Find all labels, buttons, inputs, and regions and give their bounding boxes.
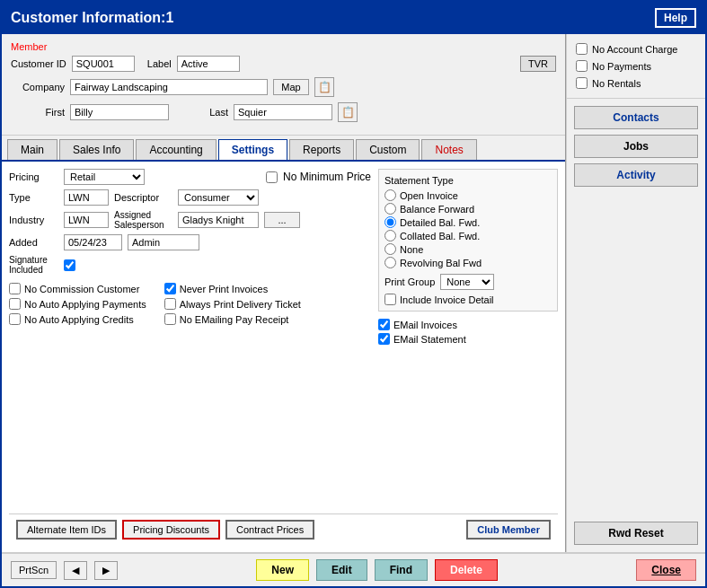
type-label: Type	[9, 192, 58, 203]
added-label: Added	[9, 237, 58, 248]
descriptor-select[interactable]: Consumer	[178, 189, 259, 206]
customer-id-label: Customer ID	[11, 58, 66, 69]
radio-collated-bal-label: Collated Bal. Fwd.	[400, 231, 480, 241]
radio-balance-forward-input[interactable]	[384, 203, 396, 215]
last-input[interactable]	[234, 104, 332, 120]
include-invoice-detail-checkbox[interactable]	[384, 294, 396, 305]
tab-accounting[interactable]: Accounting	[136, 139, 216, 160]
descriptor-label: Descriptor	[114, 192, 172, 203]
salesperson-browse-button[interactable]: ...	[264, 212, 300, 228]
no-payments-field: No Payments	[576, 60, 696, 72]
no-auto-payments-label: No Auto Applying Payments	[24, 299, 146, 310]
no-rentals-field: No Rentals	[576, 77, 696, 89]
tab-sales-info[interactable]: Sales Info	[59, 139, 134, 160]
industry-row: Industry AssignedSalesperson ...	[9, 210, 371, 230]
no-auto-credits-label: No Auto Applying Credits	[24, 314, 134, 325]
alt-item-ids-button[interactable]: Alternate Item IDs	[16, 520, 117, 540]
help-button[interactable]: Help	[655, 8, 696, 28]
close-button[interactable]: Close	[636, 559, 696, 581]
radio-collated-bal-input[interactable]	[384, 230, 396, 241]
activity-button[interactable]: Activity	[574, 163, 698, 187]
next-button[interactable]: ▶	[94, 561, 118, 580]
tab-notes[interactable]: Notes	[421, 139, 476, 160]
no-min-price-checkbox[interactable]	[266, 171, 278, 183]
no-commission-checkbox[interactable]	[9, 283, 21, 294]
industry-input[interactable]	[64, 212, 109, 228]
pricing-discounts-button[interactable]: Pricing Discounts	[122, 520, 220, 540]
tab-settings[interactable]: Settings	[218, 139, 287, 162]
never-print-label: Never Print Invoices	[180, 284, 268, 294]
no-emailing-field: No EMailing Pay Receipt	[164, 313, 301, 325]
email-invoices-checkbox[interactable]	[378, 319, 390, 330]
no-emailing-label: No EMailing Pay Receipt	[180, 314, 289, 325]
status-input[interactable]	[177, 56, 240, 72]
email-statement-field: EMail Statement	[378, 333, 558, 345]
customer-info-section: Member Customer ID Label TVR Company Map	[2, 34, 565, 136]
email-statement-checkbox[interactable]	[378, 333, 390, 345]
no-payments-label: No Payments	[592, 61, 651, 72]
print-group-row: Print Group None	[384, 274, 552, 290]
main-panel: Member Customer ID Label TVR Company Map	[2, 34, 566, 552]
tab-main[interactable]: Main	[7, 139, 57, 160]
radio-none-label: None	[400, 244, 423, 255]
tab-reports[interactable]: Reports	[289, 139, 354, 160]
no-account-charge-label: No Account Charge	[592, 44, 677, 55]
always-delivery-field: Always Print Delivery Ticket	[164, 298, 301, 310]
no-payments-checkbox[interactable]	[576, 60, 588, 72]
print-group-select[interactable]: None	[440, 274, 494, 290]
radio-detailed-bal-input[interactable]	[384, 216, 396, 228]
no-emailing-checkbox[interactable]	[164, 313, 176, 325]
pricing-row: Pricing Retail No Minimum Price	[9, 169, 371, 185]
radio-none-input[interactable]	[384, 243, 396, 255]
prev-button[interactable]: ◀	[64, 561, 87, 580]
customer-id-input[interactable]	[72, 56, 135, 72]
no-rentals-checkbox[interactable]	[576, 77, 588, 89]
include-invoice-detail-label: Include Invoice Detail	[400, 294, 494, 305]
added-row: Added	[9, 234, 371, 250]
no-commission-label: No Commission Customer	[24, 284, 139, 294]
no-auto-payments-checkbox[interactable]	[9, 298, 21, 310]
no-commission-field: No Commission Customer	[9, 283, 146, 294]
club-member-button[interactable]: Club Member	[466, 520, 551, 540]
salesperson-input[interactable]	[178, 212, 259, 228]
never-print-field: Never Print Invoices	[164, 283, 301, 294]
map-button[interactable]: Map	[273, 79, 309, 95]
no-account-charge-checkbox[interactable]	[576, 43, 588, 55]
radio-revolving-label: Revolving Bal Fwd	[400, 258, 482, 268]
tvr-button[interactable]: TVR	[520, 56, 556, 72]
prtscn-button[interactable]: PrtScn	[11, 561, 57, 579]
radio-revolving-input[interactable]	[384, 257, 396, 268]
company-label: Company	[11, 82, 65, 92]
delete-button[interactable]: Delete	[435, 559, 498, 581]
email-checks: EMail Invoices EMail Statement	[378, 319, 558, 345]
contacts-button[interactable]: Contacts	[574, 106, 698, 129]
no-auto-credits-checkbox[interactable]	[9, 313, 21, 325]
main-window: Customer Information:1 Help Member Custo…	[0, 0, 707, 588]
settings-left: Pricing Retail No Minimum Price	[9, 169, 371, 508]
radio-detailed-bal: Detailed Bal. Fwd.	[384, 216, 552, 228]
assigned-salesperson-label: AssignedSalesperson	[114, 210, 172, 230]
copy-company-button[interactable]: 📋	[314, 77, 334, 97]
first-input[interactable]	[70, 104, 169, 120]
signature-checkbox[interactable]	[64, 259, 75, 271]
no-auto-credits-field: No Auto Applying Credits	[9, 313, 146, 325]
always-delivery-checkbox[interactable]	[164, 298, 176, 310]
never-print-checkbox[interactable]	[164, 283, 176, 294]
added-by-input[interactable]	[128, 234, 199, 250]
added-date-input[interactable]	[64, 234, 122, 250]
settings-grid: Pricing Retail No Minimum Price	[9, 169, 558, 508]
pricing-select[interactable]: Retail	[64, 169, 145, 185]
type-input[interactable]	[64, 189, 109, 206]
rwd-reset-button[interactable]: Rwd Reset	[574, 522, 698, 545]
new-button[interactable]: New	[256, 559, 309, 581]
contract-prices-button[interactable]: Contract Prices	[225, 520, 314, 540]
find-button[interactable]: Find	[375, 559, 428, 581]
jobs-button[interactable]: Jobs	[574, 135, 698, 158]
no-rentals-label: No Rentals	[592, 78, 641, 89]
tabs-bar: Main Sales Info Accounting Settings Repo…	[2, 136, 565, 162]
radio-open-invoice-input[interactable]	[384, 189, 396, 201]
company-input[interactable]	[70, 79, 268, 95]
tab-custom[interactable]: Custom	[356, 139, 420, 160]
copy-name-button[interactable]: 📋	[338, 102, 358, 122]
edit-button[interactable]: Edit	[316, 559, 367, 581]
